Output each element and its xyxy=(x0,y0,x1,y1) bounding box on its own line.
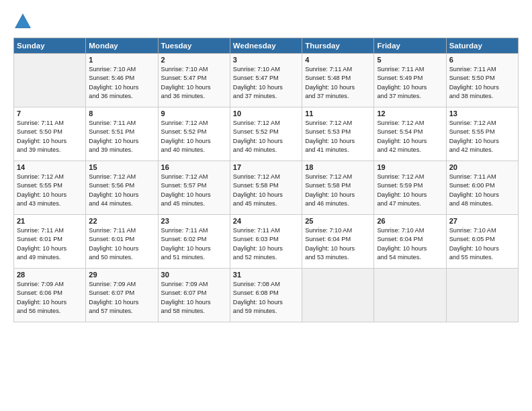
day-info: Sunrise: 7:10 AM Sunset: 6:04 PM Dayligh… xyxy=(305,226,371,262)
logo-icon xyxy=(13,12,32,31)
day-number: 18 xyxy=(305,163,371,171)
day-number: 3 xyxy=(233,56,299,64)
day-number: 4 xyxy=(305,56,371,64)
day-info: Sunrise: 7:12 AM Sunset: 5:59 PM Dayligh… xyxy=(377,173,443,208)
logo xyxy=(13,12,35,31)
day-number: 1 xyxy=(89,56,154,64)
day-info: Sunrise: 7:12 AM Sunset: 5:54 PM Dayligh… xyxy=(377,119,443,154)
day-info: Sunrise: 7:11 AM Sunset: 6:01 PM Dayligh… xyxy=(89,226,154,262)
day-cell: 6Sunrise: 7:11 AM Sunset: 5:50 PM Daylig… xyxy=(446,54,518,107)
day-number: 15 xyxy=(89,163,154,171)
day-cell xyxy=(446,269,518,322)
day-header-saturday: Saturday xyxy=(446,38,518,54)
week-row-1: 1Sunrise: 7:10 AM Sunset: 5:46 PM Daylig… xyxy=(14,54,519,107)
day-info: Sunrise: 7:08 AM Sunset: 6:08 PM Dayligh… xyxy=(233,280,299,316)
day-info: Sunrise: 7:10 AM Sunset: 5:47 PM Dayligh… xyxy=(161,65,227,101)
calendar-table: SundayMondayTuesdayWednesdayThursdayFrid… xyxy=(13,38,519,322)
day-info: Sunrise: 7:11 AM Sunset: 5:50 PM Dayligh… xyxy=(17,119,83,154)
day-cell: 13Sunrise: 7:12 AM Sunset: 5:55 PM Dayli… xyxy=(446,107,518,161)
day-cell: 19Sunrise: 7:12 AM Sunset: 5:59 PM Dayli… xyxy=(374,161,446,215)
day-cell xyxy=(374,269,446,322)
day-cell: 12Sunrise: 7:12 AM Sunset: 5:54 PM Dayli… xyxy=(374,107,446,161)
day-number: 30 xyxy=(161,271,227,279)
day-info: Sunrise: 7:11 AM Sunset: 6:00 PM Dayligh… xyxy=(449,173,515,208)
week-row-4: 21Sunrise: 7:11 AM Sunset: 6:01 PM Dayli… xyxy=(14,215,519,269)
day-cell: 28Sunrise: 7:09 AM Sunset: 6:06 PM Dayli… xyxy=(14,269,86,322)
day-info: Sunrise: 7:12 AM Sunset: 5:58 PM Dayligh… xyxy=(305,173,371,208)
day-info: Sunrise: 7:10 AM Sunset: 6:04 PM Dayligh… xyxy=(377,226,443,262)
day-info: Sunrise: 7:11 AM Sunset: 6:03 PM Dayligh… xyxy=(233,226,299,262)
header xyxy=(13,12,519,31)
day-number: 22 xyxy=(89,217,154,225)
day-cell: 2Sunrise: 7:10 AM Sunset: 5:47 PM Daylig… xyxy=(158,54,230,107)
day-cell xyxy=(14,54,86,107)
day-info: Sunrise: 7:10 AM Sunset: 6:05 PM Dayligh… xyxy=(449,226,515,262)
day-info: Sunrise: 7:11 AM Sunset: 5:50 PM Dayligh… xyxy=(449,65,515,101)
day-number: 5 xyxy=(377,56,443,64)
day-header-monday: Monday xyxy=(86,38,158,54)
day-header-thursday: Thursday xyxy=(302,38,374,54)
day-number: 11 xyxy=(305,109,371,118)
day-number: 25 xyxy=(305,217,371,225)
day-cell: 20Sunrise: 7:11 AM Sunset: 6:00 PM Dayli… xyxy=(446,161,518,215)
day-info: Sunrise: 7:10 AM Sunset: 5:47 PM Dayligh… xyxy=(233,65,299,101)
day-number: 8 xyxy=(89,109,154,118)
day-cell: 24Sunrise: 7:11 AM Sunset: 6:03 PM Dayli… xyxy=(230,215,302,269)
day-header-sunday: Sunday xyxy=(14,38,86,54)
day-info: Sunrise: 7:12 AM Sunset: 5:55 PM Dayligh… xyxy=(17,173,83,208)
day-cell: 17Sunrise: 7:12 AM Sunset: 5:58 PM Dayli… xyxy=(230,161,302,215)
day-info: Sunrise: 7:12 AM Sunset: 5:52 PM Dayligh… xyxy=(233,119,299,154)
day-number: 27 xyxy=(449,217,515,225)
day-cell: 23Sunrise: 7:11 AM Sunset: 6:02 PM Dayli… xyxy=(158,215,230,269)
header-row: SundayMondayTuesdayWednesdayThursdayFrid… xyxy=(14,38,519,54)
day-header-friday: Friday xyxy=(374,38,446,54)
day-number: 12 xyxy=(377,109,443,118)
day-cell: 14Sunrise: 7:12 AM Sunset: 5:55 PM Dayli… xyxy=(14,161,86,215)
day-number: 26 xyxy=(377,217,443,225)
day-info: Sunrise: 7:11 AM Sunset: 6:02 PM Dayligh… xyxy=(161,226,227,262)
day-cell: 31Sunrise: 7:08 AM Sunset: 6:08 PM Dayli… xyxy=(230,269,302,322)
day-info: Sunrise: 7:12 AM Sunset: 5:55 PM Dayligh… xyxy=(449,119,515,154)
day-info: Sunrise: 7:12 AM Sunset: 5:58 PM Dayligh… xyxy=(233,173,299,208)
day-number: 24 xyxy=(233,217,299,225)
day-number: 29 xyxy=(89,271,154,279)
day-number: 20 xyxy=(449,163,515,171)
day-cell: 1Sunrise: 7:10 AM Sunset: 5:46 PM Daylig… xyxy=(86,54,158,107)
day-cell: 3Sunrise: 7:10 AM Sunset: 5:47 PM Daylig… xyxy=(230,54,302,107)
day-cell: 11Sunrise: 7:12 AM Sunset: 5:53 PM Dayli… xyxy=(302,107,374,161)
day-info: Sunrise: 7:11 AM Sunset: 5:49 PM Dayligh… xyxy=(377,65,443,101)
day-info: Sunrise: 7:12 AM Sunset: 5:52 PM Dayligh… xyxy=(161,119,227,154)
day-number: 13 xyxy=(449,109,515,118)
day-cell: 16Sunrise: 7:12 AM Sunset: 5:57 PM Dayli… xyxy=(158,161,230,215)
day-number: 23 xyxy=(161,217,227,225)
day-info: Sunrise: 7:11 AM Sunset: 5:51 PM Dayligh… xyxy=(89,119,154,154)
day-number: 19 xyxy=(377,163,443,171)
day-cell xyxy=(302,269,374,322)
day-header-tuesday: Tuesday xyxy=(158,38,230,54)
day-number: 28 xyxy=(17,271,83,279)
day-number: 7 xyxy=(17,109,83,118)
day-number: 17 xyxy=(233,163,299,171)
day-info: Sunrise: 7:09 AM Sunset: 6:07 PM Dayligh… xyxy=(161,280,227,316)
day-cell: 4Sunrise: 7:11 AM Sunset: 5:48 PM Daylig… xyxy=(302,54,374,107)
day-info: Sunrise: 7:09 AM Sunset: 6:07 PM Dayligh… xyxy=(89,280,154,316)
day-info: Sunrise: 7:11 AM Sunset: 6:01 PM Dayligh… xyxy=(17,226,83,262)
day-cell: 22Sunrise: 7:11 AM Sunset: 6:01 PM Dayli… xyxy=(86,215,158,269)
day-number: 21 xyxy=(17,217,83,225)
day-info: Sunrise: 7:10 AM Sunset: 5:46 PM Dayligh… xyxy=(89,65,154,101)
day-cell: 9Sunrise: 7:12 AM Sunset: 5:52 PM Daylig… xyxy=(158,107,230,161)
day-cell: 18Sunrise: 7:12 AM Sunset: 5:58 PM Dayli… xyxy=(302,161,374,215)
day-cell: 10Sunrise: 7:12 AM Sunset: 5:52 PM Dayli… xyxy=(230,107,302,161)
day-header-wednesday: Wednesday xyxy=(230,38,302,54)
day-number: 9 xyxy=(161,109,227,118)
day-number: 16 xyxy=(161,163,227,171)
week-row-5: 28Sunrise: 7:09 AM Sunset: 6:06 PM Dayli… xyxy=(14,269,519,322)
day-cell: 8Sunrise: 7:11 AM Sunset: 5:51 PM Daylig… xyxy=(86,107,158,161)
day-number: 31 xyxy=(233,271,299,279)
day-cell: 7Sunrise: 7:11 AM Sunset: 5:50 PM Daylig… xyxy=(14,107,86,161)
week-row-2: 7Sunrise: 7:11 AM Sunset: 5:50 PM Daylig… xyxy=(14,107,519,161)
page: SundayMondayTuesdayWednesdayThursdayFrid… xyxy=(0,0,532,411)
day-number: 6 xyxy=(449,56,515,64)
day-cell: 21Sunrise: 7:11 AM Sunset: 6:01 PM Dayli… xyxy=(14,215,86,269)
day-number: 2 xyxy=(161,56,227,64)
